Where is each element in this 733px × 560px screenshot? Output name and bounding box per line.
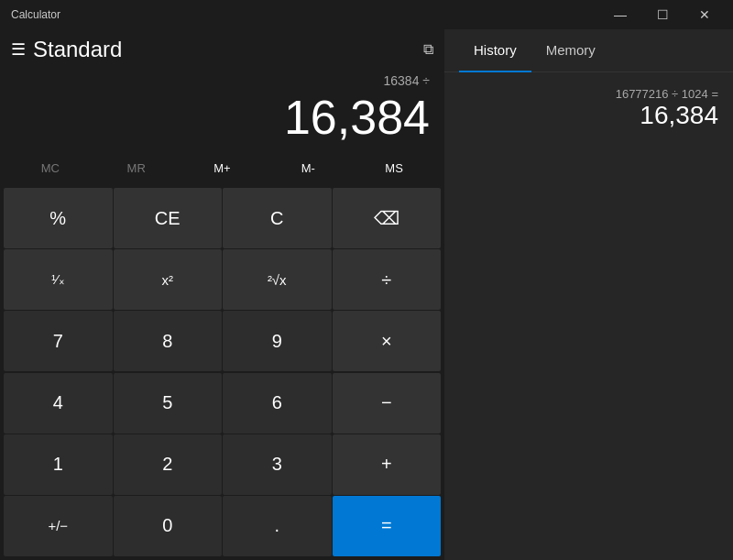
calc-btn-_[interactable]: − bbox=[333, 373, 442, 434]
memory-btn-m+[interactable]: M+ bbox=[180, 151, 266, 184]
right-panel: History Memory 16777216 ÷ 1024 = 16,384 bbox=[444, 29, 733, 560]
calc-btn-C[interactable]: C bbox=[223, 188, 332, 248]
calc-btn-7[interactable]: 7 bbox=[4, 311, 113, 371]
minimize-button[interactable]: — bbox=[599, 0, 641, 29]
memory-btn-ms[interactable]: MS bbox=[351, 151, 437, 184]
right-tabs: History Memory bbox=[444, 29, 733, 72]
buttons-grid: %CEC⌫¹∕ₓx²²√x÷789×456−123++/−0.= bbox=[0, 188, 444, 560]
calc-btn-0[interactable]: 0 bbox=[114, 496, 223, 556]
calc-btn-4[interactable]: 4 bbox=[4, 373, 113, 434]
calc-btn-_[interactable]: % bbox=[4, 188, 113, 248]
app-title: Standard bbox=[33, 37, 416, 62]
history-expr: 16777216 ÷ 1024 = bbox=[616, 87, 718, 101]
memory-btn-m-[interactable]: M- bbox=[265, 151, 351, 184]
calculator-panel: ☰ Standard ⧉ 16384 ÷ 16,384 MCMRM+M-MS %… bbox=[0, 29, 444, 560]
tab-memory[interactable]: Memory bbox=[531, 29, 610, 72]
calc-btn-3[interactable]: 3 bbox=[223, 434, 332, 495]
history-entry: 16777216 ÷ 1024 = 16,384 bbox=[616, 87, 718, 130]
title-bar-controls: — ☐ ✕ bbox=[599, 0, 726, 29]
calc-btn-_[interactable]: . bbox=[223, 496, 332, 556]
expand-icon[interactable]: ⧉ bbox=[423, 41, 433, 58]
memory-row: MCMRM+M-MS bbox=[0, 151, 444, 184]
calc-btn-2[interactable]: 2 bbox=[114, 434, 223, 495]
tab-history[interactable]: History bbox=[459, 29, 531, 72]
history-result: 16,384 bbox=[616, 101, 718, 130]
calc-btn-__x[interactable]: ²√x bbox=[223, 249, 332, 310]
display: 16384 ÷ 16,384 bbox=[0, 70, 444, 151]
memory-btn-mc[interactable]: MC bbox=[7, 151, 93, 184]
calc-btn-_[interactable]: ⌫ bbox=[333, 188, 442, 248]
history-content: 16777216 ÷ 1024 = 16,384 bbox=[444, 72, 733, 560]
maximize-button[interactable]: ☐ bbox=[641, 0, 684, 29]
calc-btn-___[interactable]: ¹∕ₓ bbox=[4, 249, 113, 310]
calc-btn-x_[interactable]: x² bbox=[114, 249, 223, 310]
memory-btn-mr[interactable]: MR bbox=[93, 151, 180, 184]
calc-btn-_[interactable]: × bbox=[333, 311, 442, 371]
result: 16,384 bbox=[15, 92, 430, 144]
hamburger-icon[interactable]: ☰ bbox=[11, 39, 26, 60]
calc-btn-9[interactable]: 9 bbox=[223, 311, 332, 371]
calc-btn-CE[interactable]: CE bbox=[114, 188, 223, 248]
calc-btn-8[interactable]: 8 bbox=[114, 311, 223, 371]
calc-btn-_[interactable]: = bbox=[333, 496, 442, 556]
calc-btn-___[interactable]: +/− bbox=[4, 496, 113, 556]
expression: 16384 ÷ bbox=[15, 73, 430, 92]
calc-btn-6[interactable]: 6 bbox=[223, 373, 332, 434]
title-bar: Calculator — ☐ ✕ bbox=[0, 0, 733, 29]
calc-btn-_[interactable]: + bbox=[333, 434, 442, 495]
title-bar-text: Calculator bbox=[11, 8, 60, 21]
calc-btn-5[interactable]: 5 bbox=[114, 373, 223, 434]
app-container: ☰ Standard ⧉ 16384 ÷ 16,384 MCMRM+M-MS %… bbox=[0, 29, 733, 560]
calc-btn-1[interactable]: 1 bbox=[4, 434, 113, 495]
calc-btn-_[interactable]: ÷ bbox=[333, 249, 442, 310]
header: ☰ Standard ⧉ bbox=[0, 29, 444, 70]
close-button[interactable]: ✕ bbox=[684, 0, 726, 29]
